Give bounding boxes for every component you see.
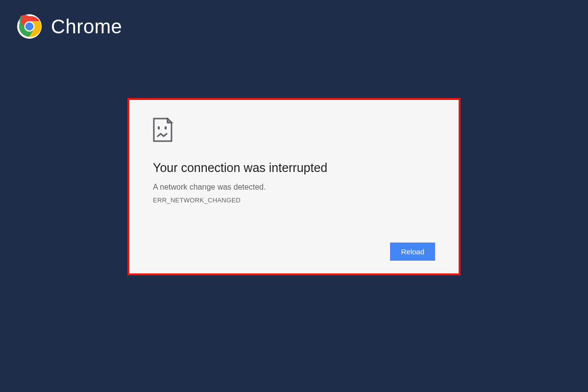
- svg-rect-5: [158, 126, 160, 129]
- svg-point-4: [25, 23, 34, 31]
- sad-page-icon: [153, 118, 174, 142]
- error-code: ERR_NETWORK_CHANGED: [153, 196, 435, 204]
- header: Chrome: [17, 14, 122, 39]
- error-subtext: A network change was detected.: [153, 183, 435, 192]
- button-row: Reload: [153, 243, 435, 261]
- error-heading: Your connection was interrupted: [153, 161, 435, 175]
- chrome-logo-icon: [17, 14, 42, 39]
- svg-rect-6: [165, 126, 167, 129]
- browser-name: Chrome: [51, 16, 122, 38]
- reload-button[interactable]: Reload: [390, 243, 435, 261]
- error-panel: Your connection was interrupted A networ…: [127, 98, 461, 275]
